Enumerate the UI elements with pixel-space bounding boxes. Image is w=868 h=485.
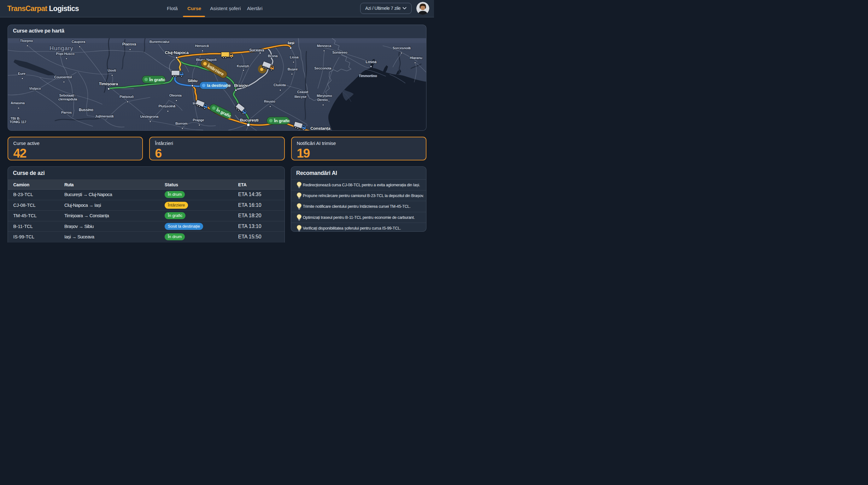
svg-text:Brașov: Brașov — [234, 83, 248, 88]
svg-text:În grafic: În grafic — [274, 118, 290, 123]
svg-text:Iliecyse: Iliecyse — [294, 95, 307, 98]
svg-text:Eure: Eure — [18, 72, 26, 76]
svg-text:Hensecă: Hensecă — [195, 44, 209, 48]
svg-text:Prapge: Prapge — [193, 118, 204, 122]
svg-text:Amasina: Amasina — [11, 101, 25, 105]
svg-text:Tloepno: Tloepno — [20, 39, 33, 42]
svg-text:Ueslegrona: Ueslegrona — [140, 115, 159, 118]
svg-text:Mieyismo: Mieyismo — [317, 94, 332, 97]
svg-text:Sonteeeo: Sonteeeo — [332, 51, 347, 54]
svg-text:Bușee: Bușee — [288, 67, 298, 71]
svg-text:Iași: Iași — [288, 40, 294, 45]
svg-text:Sorcesnolă: Sorcesnolă — [393, 46, 411, 50]
svg-text:TONIG 117: TONIG 117 — [9, 120, 27, 124]
svg-text:Hungary: Hungary — [50, 45, 73, 52]
svg-text:București: București — [240, 118, 258, 122]
svg-text:Secconota: Secconota — [314, 66, 332, 70]
svg-text:Kuvești: Kuvești — [237, 64, 249, 68]
svg-text:Cluj-Napoca: Cluj-Napoca — [165, 50, 189, 55]
svg-text:la destinație: la destinație — [207, 83, 231, 88]
svg-text:Reusio: Reusio — [264, 99, 275, 103]
svg-text:Borrom: Borrom — [175, 121, 188, 125]
svg-text:Couioeritol: Couioeritol — [54, 75, 72, 79]
svg-text:Cluiiota: Cluiiota — [274, 83, 286, 87]
svg-text:Bussino: Bussino — [79, 108, 93, 112]
svg-text:clenrapdula: clenrapdula — [58, 97, 78, 101]
svg-text:Caupora: Caupora — [71, 40, 86, 44]
svg-text:Hlaranu: Hlaranu — [410, 56, 422, 60]
svg-text:Plutșsolnă: Plutșsolnă — [158, 104, 176, 108]
svg-text:Oleonia: Oleonia — [169, 93, 182, 97]
svg-text:Timișoara: Timișoara — [99, 82, 118, 87]
svg-text:Vislpco: Vislpco — [29, 87, 41, 90]
svg-text:Uovti: Uovti — [107, 68, 116, 72]
svg-text:Timmortino: Timmortino — [359, 74, 377, 78]
svg-text:Parros: Parros — [61, 111, 72, 114]
svg-text:Dereio: Dereio — [317, 98, 328, 102]
svg-text:Sebotaati -: Sebotaati - — [59, 93, 76, 97]
svg-text:Piatșouô: Piatșouô — [120, 95, 134, 98]
svg-text:Piaosva: Piaosva — [122, 42, 136, 47]
svg-text:Bunemcialui: Bunemcialui — [150, 40, 169, 44]
svg-text:Liosa: Liosa — [290, 55, 299, 59]
svg-text:Popi Husco: Popi Husco — [56, 52, 75, 56]
svg-text:Menneca: Menneca — [317, 44, 332, 48]
svg-text:Losoa: Losoa — [366, 60, 377, 64]
svg-text:Ceasid: Ceasid — [297, 90, 308, 94]
svg-text:Brona: Brona — [268, 54, 278, 58]
svg-text:În grafic: În grafic — [149, 77, 165, 82]
svg-text:Suceava: Suceava — [249, 48, 264, 52]
svg-text:Jujlmerastă: Jujlmerastă — [95, 114, 114, 118]
svg-text:Sibiu: Sibiu — [187, 78, 197, 83]
svg-text:Constanța: Constanța — [310, 126, 331, 131]
